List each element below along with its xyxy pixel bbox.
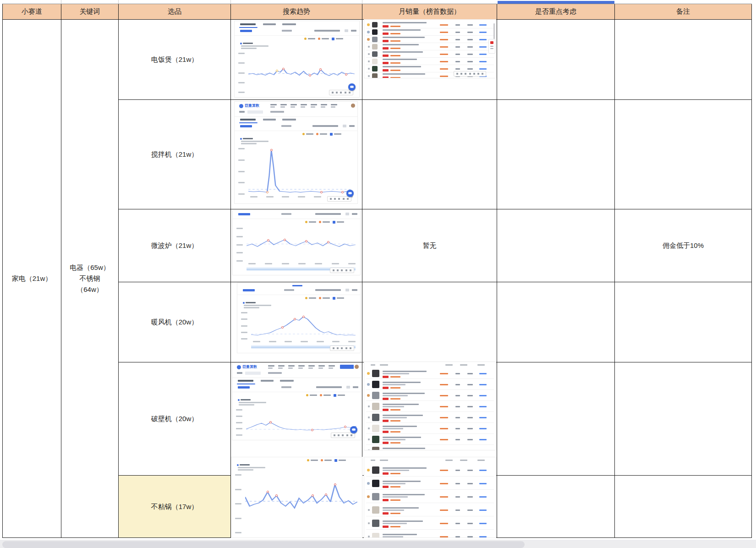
detail-link	[479, 61, 487, 62]
cell-notes-nonstick-pan[interactable]	[615, 476, 752, 538]
legend-label	[324, 460, 332, 461]
keyword-line: 电器（65w）	[70, 263, 110, 271]
trend-screenshot-wall-breaker[interactable]: 巨量算数	[232, 363, 361, 440]
trend-screenshot-nonstick-pan[interactable]	[231, 457, 362, 537]
product-thumbnail	[372, 493, 379, 500]
product-title	[383, 44, 419, 45]
skeleton-bar	[241, 141, 268, 142]
trend-line-chart	[246, 407, 356, 436]
product-title	[383, 404, 419, 405]
cell-consider-blender[interactable]	[497, 100, 615, 209]
column-header-notes[interactable]: 备注	[615, 4, 752, 20]
skeleton-bar	[241, 399, 251, 400]
legend-label	[309, 297, 316, 299]
x-axis-label	[315, 263, 322, 264]
divider	[235, 131, 357, 131]
legend-label	[337, 221, 344, 223]
trend-screenshot-rice-cooker[interactable]	[235, 21, 359, 97]
cell-product-rice-cooker[interactable]: 电饭煲（21w）	[119, 20, 231, 100]
rank-number	[368, 406, 370, 407]
y-axis-label	[238, 82, 245, 83]
chart-title	[243, 297, 258, 299]
y-axis-label	[235, 503, 241, 504]
notes-text: 佣金低于10%	[663, 240, 704, 251]
rank-badge	[367, 482, 370, 485]
cell-product-wall-breaker[interactable]: 破壁机（20w）	[119, 362, 231, 476]
product-row	[364, 477, 496, 490]
cell-product-microwave[interactable]: 微波炉（21w）	[119, 209, 231, 282]
product-title	[383, 371, 427, 372]
nav-item	[311, 104, 317, 105]
data-point-marker	[302, 316, 305, 318]
rank-badge	[367, 372, 370, 375]
sales-count	[455, 24, 460, 26]
tab-audience	[282, 119, 296, 121]
assistant-mascot-button[interactable]	[346, 190, 354, 197]
cell-notes-microwave[interactable]: 佣金低于10%	[615, 209, 752, 282]
trend-screenshot-heater[interactable]	[237, 283, 360, 353]
commission-value	[467, 439, 473, 440]
assistant-mascot-button[interactable]	[348, 83, 356, 91]
cell-notes-heater[interactable]	[615, 282, 752, 362]
column-header-search-trend[interactable]: 搜索趋势	[231, 4, 362, 20]
price-text	[390, 442, 400, 444]
column-header-monthly-sales[interactable]: 月销量（榜首数据）	[362, 4, 497, 20]
y-axis-label	[236, 422, 242, 423]
cell-notes-blender[interactable]	[615, 100, 752, 209]
sales-ranking-screenshot-rice-cooker[interactable]	[364, 20, 496, 78]
promo-badge	[383, 47, 389, 49]
cell-track-merged[interactable]: 家电（21w）	[3, 20, 61, 538]
product-row	[364, 401, 496, 412]
product-subtitle	[383, 439, 405, 440]
cell-notes-rice-cooker[interactable]	[615, 20, 752, 100]
cell-product-blender[interactable]: 搅拌机（21w）	[119, 100, 231, 209]
cell-notes-wall-breaker[interactable]	[615, 362, 752, 476]
cell-consider-nonstick-pan[interactable]	[497, 476, 615, 538]
cell-product-nonstick-pan[interactable]: 不粘锅（17w）	[119, 476, 231, 538]
price-text	[390, 420, 400, 422]
sales-count	[455, 496, 460, 498]
table-header	[477, 460, 485, 461]
cell-consider-wall-breaker[interactable]	[497, 362, 615, 476]
legend-dot	[320, 394, 322, 396]
trend-screenshot-microwave[interactable]	[233, 211, 360, 275]
skeleton-bar	[243, 138, 253, 139]
commission-value	[467, 496, 473, 498]
column-header-label: 是否重点考虑	[535, 7, 576, 16]
date-range	[315, 213, 341, 215]
chart-title	[238, 395, 253, 396]
column-header-key-consideration[interactable]: 是否重点考虑	[497, 4, 615, 20]
trend-screenshot-blender[interactable]: 巨量算数	[235, 102, 357, 203]
commission-value	[467, 428, 473, 429]
assistant-mascot-button[interactable]	[350, 426, 357, 433]
cell-consider-rice-cooker[interactable]	[497, 20, 615, 100]
cell-sales-microwave[interactable]: 暂无	[362, 209, 497, 282]
product-label: 不粘锅（17w）	[151, 501, 198, 512]
sales-ranking-screenshot-wall-breaker[interactable]	[364, 362, 496, 450]
detail-link	[479, 523, 487, 524]
cell-consider-heater[interactable]	[497, 282, 615, 362]
sales-ranking-screenshot-nonstick-pan[interactable]	[364, 457, 496, 537]
cell-sales-blender[interactable]	[362, 100, 497, 209]
skeleton-bar	[241, 143, 257, 144]
product-thumbnail	[372, 370, 379, 377]
legend-checkbox	[330, 133, 333, 136]
cell-product-heater[interactable]: 暖风机（20w）	[119, 282, 231, 362]
skeleton-bar	[244, 307, 259, 308]
column-header-track[interactable]: 小赛道	[3, 4, 61, 20]
horizontal-scrollbar-thumb[interactable]	[2, 541, 525, 548]
cell-keywords-merged[interactable]: 电器（65w） 不锈钢 （64w）	[61, 20, 119, 538]
product-subtitle	[383, 496, 408, 498]
cell-sales-heater[interactable]	[362, 282, 497, 362]
data-point-marker	[311, 429, 313, 431]
nav-item	[268, 367, 273, 369]
y-axis-label	[241, 332, 247, 333]
column-header-product[interactable]: 选品	[119, 4, 231, 20]
product-subtitle	[383, 406, 404, 407]
column-header-keywords[interactable]: 关键词	[61, 4, 119, 20]
nav-item	[308, 367, 313, 369]
commission-value	[467, 373, 473, 374]
cell-consider-microwave[interactable]	[497, 209, 615, 282]
detail-link	[479, 68, 487, 70]
active-tab-underline	[237, 384, 255, 384]
